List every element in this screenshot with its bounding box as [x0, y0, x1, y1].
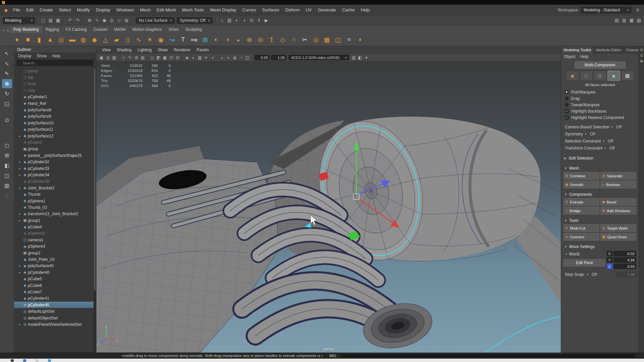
vp-wireframe-icon[interactable]: ◈: [184, 55, 190, 60]
menu-cache[interactable]: Cache: [339, 7, 358, 12]
bridge-button[interactable]: ∩Bridge: [564, 207, 599, 215]
vp-grease-pencil-icon[interactable]: ✎: [127, 55, 133, 60]
taskbar-app2-icon[interactable]: [36, 359, 39, 362]
outliner-item-modelpanel3viewselectedset[interactable]: ▸◎modelPanel3ViewSelectedSet: [14, 321, 96, 327]
mel-command-input[interactable]: [340, 354, 635, 358]
soft-selection-header[interactable]: ▶ Soft Selection: [561, 155, 639, 162]
paint-select-tool[interactable]: ✎: [2, 69, 12, 78]
snap-curve-icon[interactable]: ∿: [93, 18, 101, 23]
menu-deform[interactable]: Deform: [282, 7, 303, 12]
connect-button[interactable]: ∿Connect: [564, 233, 599, 241]
shelf-tab-xgen[interactable]: XGen: [165, 26, 182, 33]
colorspace-selector[interactable]: ACES 1.0 SDR-video (sRGB)▾: [288, 55, 349, 60]
symmetry-selector[interactable]: Symmetry: Off▾: [177, 17, 213, 24]
sidebar-channel-box-icon[interactable]: ▦: [628, 18, 635, 23]
shelf-gear-icon[interactable]: ⊙: [6, 28, 10, 32]
scale-tool[interactable]: ◱: [2, 99, 12, 108]
menu-curves[interactable]: Curves: [239, 7, 259, 12]
outliner-item-joint-bracket2[interactable]: ▸◈Joint_Bracket2: [14, 185, 96, 191]
boolean-button[interactable]: ◐Boolean: [600, 181, 636, 188]
outliner-item-pcylinder1[interactable]: ◈pCylinder1: [14, 94, 96, 100]
move-settings-header[interactable]: ▼ Move Settings: [561, 243, 639, 250]
shelf-boolean-intersect-icon[interactable]: ◒: [233, 34, 244, 45]
add-divisions-button[interactable]: ⊞Add Divisions: [600, 207, 636, 215]
snap-projected-center-icon[interactable]: ◎: [108, 18, 115, 23]
menu-file[interactable]: File: [10, 7, 23, 12]
object-mode-button[interactable]: ■: [566, 71, 579, 81]
vp-textured-icon[interactable]: ▧: [197, 55, 203, 60]
outliner-item-hand-ref[interactable]: ◈Hand_Ref: [14, 100, 96, 107]
vp-screen-ao-icon[interactable]: ◒: [219, 55, 225, 60]
outliner-item-persp[interactable]: ◫persp: [14, 68, 96, 74]
shelf-cylinder-icon[interactable]: ▮: [34, 34, 45, 45]
menu-surfaces[interactable]: Surfaces: [259, 7, 282, 12]
axis-orientation-dropdown[interactable]: ▾ World: [564, 251, 605, 257]
layout-hypershade-icon[interactable]: ▥: [2, 181, 12, 190]
outliner-item-pcylinder45[interactable]: ◈pCylinder45: [14, 302, 96, 308]
last-tool-used[interactable]: ⊙: [2, 116, 12, 125]
vertex-mode-button[interactable]: ∷: [580, 71, 593, 81]
expand-icon[interactable]: ▸: [17, 167, 22, 170]
outliner-item-defaultlightset[interactable]: ◎defaultLightSet: [14, 308, 96, 314]
checkbox-highlight-nearest-component[interactable]: ✓Highlight Nearest Component: [561, 114, 639, 121]
viewport-menu-panels[interactable]: Panels: [194, 48, 212, 52]
menu-windows[interactable]: Windows: [113, 7, 137, 12]
menu-modify[interactable]: Modify: [74, 7, 93, 12]
outliner-item-pcylinder41[interactable]: ◈pCylinder41: [14, 295, 96, 302]
shelf-boolean-union-icon[interactable]: ◐: [211, 34, 222, 45]
shelf-multicut-icon[interactable]: ✂: [299, 34, 310, 45]
workspace-gear-icon[interactable]: ⊙: [634, 7, 641, 12]
outliner-item-group[interactable]: ▣group: [14, 146, 96, 152]
shelf-gear-icon[interactable]: ✶: [144, 34, 155, 45]
outliner-item-pcylinder38[interactable]: ◈pCylinder38: [14, 178, 96, 185]
outliner-item-pcylinder40[interactable]: ▸◈pCylinder40: [14, 269, 96, 276]
separate-button[interactable]: ⊟Separate: [600, 172, 636, 180]
bevel-button[interactable]: ◆Bevel: [600, 198, 636, 206]
vp-shadows-icon[interactable]: ◑: [209, 55, 216, 60]
shelf-cube-icon[interactable]: ■: [22, 34, 34, 45]
shelf-tab-poly-modeling[interactable]: Poly Modeling: [10, 26, 42, 33]
vp-isolate-select-icon[interactable]: ◫: [244, 55, 251, 60]
viewport-menu-shading[interactable]: Shading: [114, 48, 135, 52]
snap-point-icon[interactable]: ◉: [101, 18, 108, 23]
shelf-bevel-icon[interactable]: ◇: [277, 34, 288, 45]
shelf-tab-custom[interactable]: Custom: [90, 26, 111, 33]
shelf-extrude-icon[interactable]: ↥: [266, 34, 277, 45]
outliner-item-thumb[interactable]: ◈Thumb: [14, 191, 96, 197]
radio-pick-marquee[interactable]: Pick/Marquee: [561, 89, 639, 95]
section-header-components[interactable]: ▼Components: [561, 191, 639, 198]
vp-image-plane-icon[interactable]: ▨: [111, 55, 117, 60]
tab-attribute-editor[interactable]: Attribute Editor: [593, 46, 624, 54]
checkbox-indicator[interactable]: ✓: [565, 116, 569, 120]
vp-bookmark-icon[interactable]: ◎: [105, 55, 111, 60]
expand-icon[interactable]: ▸: [17, 219, 22, 222]
vp-camera-attributes-icon[interactable]: ▣: [98, 55, 105, 60]
shelf-tab-rigging[interactable]: Rigging: [42, 26, 62, 33]
shelf-sphere-icon[interactable]: ●: [11, 34, 22, 45]
menu-edit[interactable]: Edit: [23, 7, 37, 12]
scrollbar-thumb[interactable]: [94, 68, 96, 291]
outliner-item-polysurface8[interactable]: ◈polySurface8: [14, 107, 96, 113]
outliner-item-psphere3[interactable]: ◈pSphere3: [14, 243, 96, 250]
make-live-icon[interactable]: ◍: [123, 18, 130, 23]
vp-film-gate-icon[interactable]: ▤: [140, 55, 146, 60]
outliner-item-pcube4[interactable]: ◈pCube4: [14, 224, 96, 230]
outliner-item-pcube6[interactable]: ◈pCube6: [14, 282, 96, 289]
snap-view-plane-icon[interactable]: ▱: [115, 18, 123, 23]
vp-safe-action-icon[interactable]: ⊡: [168, 55, 174, 60]
viewport-menu-renderer[interactable]: Renderer: [171, 48, 194, 52]
outliner-item-polysurface12[interactable]: ▸◈polySurface12: [14, 133, 96, 139]
expand-icon[interactable]: ▸: [17, 186, 22, 190]
uv-mode-button[interactable]: ▩: [621, 71, 634, 81]
shelf-cone-icon[interactable]: ▲: [45, 34, 56, 45]
outliner-item-polysurface9[interactable]: ◈polySurface9: [14, 113, 96, 120]
vp-viewport-settings-icon[interactable]: ▾: [363, 55, 370, 60]
render-settings-icon[interactable]: ⊡: [248, 18, 255, 23]
radio-indicator[interactable]: [565, 97, 569, 100]
shelf-tab-fx-caching[interactable]: FX Caching: [62, 26, 90, 33]
outliner-item-camera1[interactable]: ◫camera1: [14, 237, 96, 243]
shelf-separate-icon[interactable]: ⊖: [255, 34, 266, 45]
layout-split-pane-icon[interactable]: ◫: [2, 171, 12, 180]
render-current-frame-icon[interactable]: ◐: [233, 18, 240, 23]
outliner-item-psphere1[interactable]: ◈pSphere1: [14, 198, 96, 204]
